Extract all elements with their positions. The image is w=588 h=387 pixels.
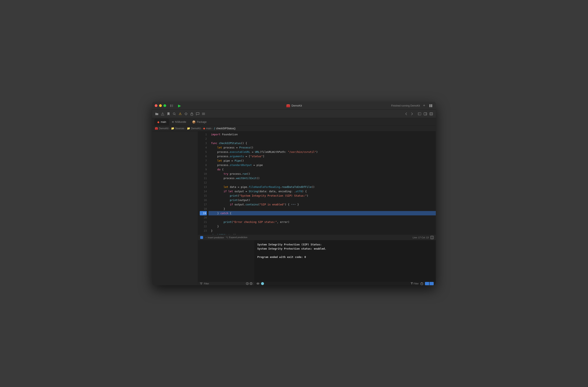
view-toggle-group xyxy=(425,282,434,285)
breadcrumb-main-icon: ◆ xyxy=(203,127,205,130)
tab-package-icon: 📦 xyxy=(192,120,196,124)
fn-waitUntilExit: waitUntilExit xyxy=(236,177,256,180)
tab-package-label: Package xyxy=(197,121,207,124)
view-toggle-1[interactable] xyxy=(425,282,429,285)
tab-package[interactable]: 📦 Package xyxy=(189,119,210,125)
breadcrumb-sources-label: Sources xyxy=(175,127,184,130)
breadcrumb-function[interactable]: ƒ checkSIPStatus() xyxy=(214,127,235,130)
tab-main-icon: ◆ xyxy=(157,120,160,124)
breadcrumb-demokit[interactable]: 🧰 DemoKit xyxy=(155,127,168,130)
list-button[interactable] xyxy=(201,111,206,116)
svg-marker-31 xyxy=(411,282,413,284)
editor-output-pane: 1 2 3 4 5 6 7 8 9 10 11 12 13 14 15 16 1 xyxy=(198,131,436,285)
svg-rect-2 xyxy=(429,104,431,107)
svg-point-28 xyxy=(251,283,251,283)
type-url: URL xyxy=(255,150,260,153)
line-num-18: 18 xyxy=(200,207,207,211)
line-num-9: 9 xyxy=(200,167,207,172)
breadcrumb-demokit-label: DemoKit xyxy=(159,127,168,130)
svg-rect-1 xyxy=(172,105,173,107)
line-num-11: 11 xyxy=(200,176,207,180)
kw-let2: let xyxy=(217,159,222,162)
insert-prediction-label[interactable]: → Insert prediction xyxy=(205,236,224,239)
kw-try: try xyxy=(224,172,228,175)
title-right: Finished running DemoKit + xyxy=(391,103,433,108)
warnings-button[interactable] xyxy=(160,111,165,116)
breadcrumb-demokit-icon: 🧰 xyxy=(155,127,158,130)
app-title: DemoKit xyxy=(292,104,302,107)
search-button[interactable] xyxy=(172,111,177,116)
eye-icon[interactable] xyxy=(256,282,259,285)
filter-label-left[interactable]: Filter xyxy=(204,282,209,285)
filter-icon-left xyxy=(200,282,203,285)
svg-marker-8 xyxy=(185,113,187,115)
output-line-1: System Integrity Protection (SIP) Status… xyxy=(257,242,433,247)
toolbar: ⚠ xyxy=(152,110,436,118)
filter-text-right[interactable]: Filter xyxy=(414,282,419,285)
editor-bottom-bar: → Insert prediction ⌥ Expand prediction … xyxy=(198,234,436,240)
line-num-4: 4 xyxy=(200,145,207,150)
nav-forward-button[interactable] xyxy=(410,111,415,116)
nav-back-button[interactable] xyxy=(404,111,409,116)
str-sip-enabled: "SIP is enabled" xyxy=(260,203,285,206)
kw-func: func xyxy=(211,142,217,145)
line-col-status: Line: 17 Col: 13 xyxy=(413,236,429,239)
bookmark-button[interactable] xyxy=(166,111,171,116)
inspector-button[interactable] xyxy=(429,111,434,116)
tab-nsbundle-icon: H xyxy=(172,121,174,123)
prop-arguments: arguments xyxy=(230,155,244,158)
warning-badge-button[interactable]: ⚠ xyxy=(178,111,183,116)
split-editor-button[interactable] xyxy=(428,103,433,108)
title-center: 🧰 DemoKit xyxy=(286,104,302,108)
minimize-button[interactable] xyxy=(159,104,162,107)
kw-do: do xyxy=(217,168,220,171)
line-numbers: 1 2 3 4 5 6 7 8 9 10 11 12 13 14 15 16 1 xyxy=(198,131,209,234)
adjust-layout-right2[interactable] xyxy=(423,111,428,116)
line-num-17: 17 xyxy=(200,202,207,207)
str-error: "Error checking SIP status:" xyxy=(233,220,277,223)
output-line-3 xyxy=(257,251,433,255)
breadcrumb-demokit2[interactable]: 📁 DemoKit xyxy=(187,127,201,130)
folder-button[interactable] xyxy=(154,111,159,116)
tab-bar: ◆ main H NSBundle 📦 Package xyxy=(152,118,436,126)
comment-button[interactable] xyxy=(195,111,200,116)
prop-standardOutput: standardOutput xyxy=(230,164,252,167)
code-editor[interactable]: 1 2 3 4 5 6 7 8 9 10 11 12 13 14 15 16 1 xyxy=(198,131,436,234)
breadcrumb-sep4: › xyxy=(212,127,213,130)
close-button[interactable] xyxy=(155,104,157,107)
output-pane: System Integrity Protection (SIP) Status… xyxy=(198,240,436,282)
expand-prediction-label[interactable]: ⌥ Expand prediction xyxy=(226,236,247,239)
run-button[interactable]: ▶ xyxy=(177,103,182,108)
lock-button[interactable] xyxy=(189,111,194,116)
line-19-highlight: } catch { xyxy=(209,211,436,215)
add-tab-button[interactable]: + xyxy=(422,103,427,108)
trash-icon[interactable] xyxy=(420,282,423,285)
overall-bottom-bar: Filter xyxy=(198,282,436,285)
view-toggle-2[interactable] xyxy=(430,282,434,285)
breadcrumb-sep2: › xyxy=(185,127,186,130)
sidebar-toggle-button[interactable] xyxy=(169,104,174,108)
diamond-button[interactable] xyxy=(184,111,189,116)
code-text[interactable]: import Foundation func checkSIPStatus() … xyxy=(209,131,436,234)
breadcrumb-main[interactable]: ◆ main xyxy=(203,127,211,130)
breadcrumb: 🧰 DemoKit › 📁 Sources › 📁 DemoKit › ◆ ma… xyxy=(152,126,436,131)
fn-checkSIPStatus: checkSIPStatus xyxy=(219,142,241,145)
tab-nsbundle[interactable]: H NSBundle xyxy=(169,119,189,125)
tab-main[interactable]: ◆ main xyxy=(154,119,169,125)
mode-indicator[interactable] xyxy=(200,236,203,239)
tab-main-label: main xyxy=(161,121,166,124)
debug-icon[interactable] xyxy=(261,282,264,285)
breadcrumb-sources[interactable]: 📁 Sources xyxy=(171,127,184,130)
svg-line-7 xyxy=(175,114,176,115)
kw-if-let: if let xyxy=(224,190,233,193)
prop-executableURL: executableURL xyxy=(230,150,250,153)
tab-nsbundle-label: NSBundle xyxy=(175,121,186,124)
split-view-icon[interactable] xyxy=(430,236,434,239)
str-sip-status: "System Integrity Protection (SIP) Statu… xyxy=(239,194,307,197)
svg-rect-10 xyxy=(202,113,205,113)
line-num-14: 14 xyxy=(200,189,207,194)
adjust-layout-right1[interactable] xyxy=(417,111,422,116)
maximize-button[interactable] xyxy=(164,104,166,107)
fn-print3: print xyxy=(224,220,231,223)
prop-fileHandleForReading: fileHandleForReading xyxy=(249,185,280,189)
